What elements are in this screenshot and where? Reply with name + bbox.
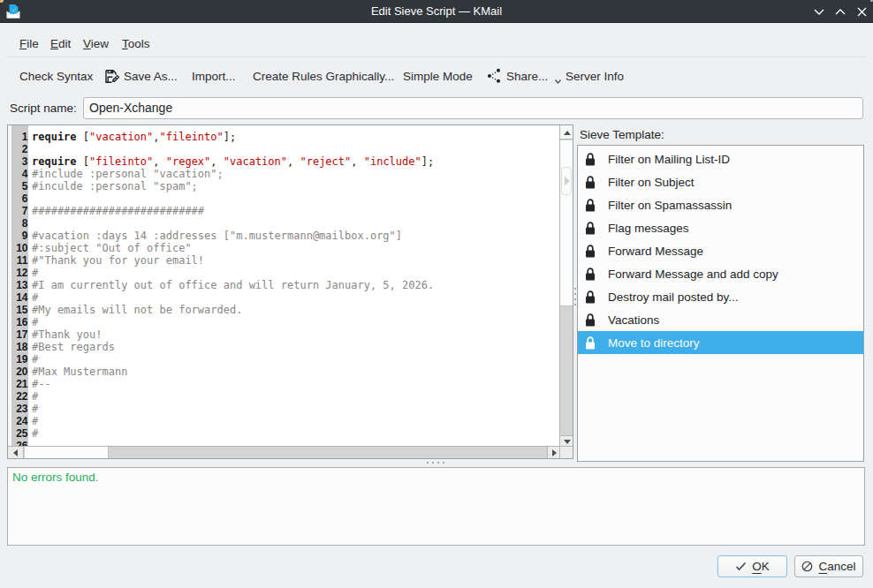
sieve-template-item[interactable]: Filter on Subject	[578, 170, 863, 193]
code-line: 8	[8, 217, 559, 230]
scroll-left-button[interactable]	[8, 447, 24, 458]
menu-item-file[interactable]: File	[12, 29, 46, 57]
sieve-template-item-label: Flag messages	[608, 222, 689, 235]
scroll-up-button[interactable]	[560, 125, 573, 139]
sieve-template-list[interactable]: Filter on Mailing List-ID Filter on Subj…	[577, 145, 864, 462]
ok-button[interactable]: OK	[717, 555, 787, 577]
dropdown-caret-icon	[555, 79, 561, 84]
line-number: 1	[8, 131, 29, 143]
toolbar: Check Syntax Save As...Import...Create R…	[0, 58, 873, 94]
lock-icon	[585, 176, 596, 189]
line-number: 23	[8, 403, 29, 415]
line-text: #	[29, 403, 38, 415]
line-text: #	[29, 427, 38, 440]
menu-item-edit[interactable]: Edit	[43, 29, 78, 57]
cancel-button[interactable]: Cancel	[794, 555, 863, 577]
lock-icon	[585, 199, 596, 212]
arrow-down-icon	[564, 440, 571, 444]
menu-item-view[interactable]: View	[76, 29, 116, 57]
window-minimize-button[interactable]	[809, 2, 829, 21]
arrow-right-icon	[552, 449, 557, 456]
sieve-template-item-label: Move to directory	[608, 336, 700, 350]
editor-horizontal-scrollbar[interactable]	[8, 446, 560, 458]
sieve-template-item[interactable]: Forward Message	[578, 239, 863, 262]
line-number: 11	[8, 254, 29, 267]
line-text: #	[29, 390, 38, 403]
toolbar-button-check-syntax[interactable]: Check Syntax	[19, 58, 93, 94]
code-line: 17#Thank you!	[8, 328, 559, 341]
window-title: Edit Sieve Script — KMail	[0, 0, 873, 22]
sieve-template-item[interactable]: Forward Message and add copy	[578, 262, 863, 285]
line-text: #	[29, 291, 38, 304]
window-close-button[interactable]	[852, 2, 871, 21]
line-number: 9	[8, 230, 29, 242]
menu-item-tools[interactable]: Tools	[115, 29, 157, 57]
code-line: 10#:subject "Out of office"	[8, 242, 559, 254]
lock-icon	[585, 153, 596, 166]
code-line: 18#Best regards	[8, 341, 559, 353]
scrollbar-position-marker	[561, 167, 572, 195]
vertical-scrollbar-thumb[interactable]	[560, 140, 573, 306]
sieve-template-item[interactable]: Filter on Mailing List-ID	[578, 147, 863, 170]
titlebar[interactable]: Edit Sieve Script — KMail	[0, 0, 873, 23]
toolbar-button-create-rules[interactable]: Create Rules Graphically...	[253, 58, 394, 94]
line-text: #:subject "Out of office"	[29, 242, 192, 254]
scroll-right-button[interactable]	[547, 447, 560, 458]
sieve-template-item-label: Forward Message and add copy	[608, 268, 778, 281]
horizontal-splitter-handle[interactable]	[427, 462, 444, 464]
check-icon	[735, 562, 747, 571]
line-text: #	[29, 316, 38, 328]
toolbar-button-save-as[interactable]: Save As...	[104, 58, 178, 94]
line-number: 22	[8, 390, 29, 403]
line-text	[29, 192, 32, 205]
line-text: #Thank you!	[29, 328, 102, 341]
toolbar-button-share[interactable]: Share...	[487, 58, 561, 94]
line-number: 10	[8, 242, 29, 254]
toolbar-button-import[interactable]: Import...	[192, 58, 236, 94]
vertical-splitter-handle[interactable]	[574, 288, 576, 305]
lock-icon	[585, 268, 596, 281]
window-maximize-button[interactable]	[831, 2, 850, 21]
sieve-template-item-label: Filter on Mailing List-ID	[608, 153, 730, 166]
sieve-template-item[interactable]: Flag messages	[578, 216, 863, 239]
toolbar-button-simple-mode[interactable]: Simple Mode	[403, 58, 473, 94]
code-line: 6	[8, 192, 559, 205]
line-text: #vacation :days 14 :addresses ["m.muster…	[29, 230, 402, 242]
line-text: ###########################	[29, 205, 204, 217]
line-text: #	[29, 353, 38, 366]
share-icon	[487, 67, 502, 85]
code-line: 25#	[8, 427, 559, 440]
toolbar-button-server-info[interactable]: Server Info	[566, 58, 624, 94]
editor-code-area[interactable]: 1require ["vacation","fileinto"];23requi…	[8, 131, 559, 447]
sieve-template-item[interactable]: Filter on Spamassassin	[578, 193, 863, 216]
code-line: 11#"Thank you for your email!	[8, 254, 559, 267]
code-line: 9#vacation :days 14 :addresses ["m.muste…	[8, 230, 559, 242]
sieve-template-item[interactable]: Vacations	[578, 308, 863, 331]
code-line: 13#I am currently out of office and will…	[8, 279, 559, 291]
lock-icon	[585, 313, 596, 327]
sieve-template-item[interactable]: Destroy mail posted by...	[578, 285, 863, 308]
sieve-script-editor[interactable]: 1require ["vacation","fileinto"];23requi…	[7, 124, 573, 459]
line-number: 24	[8, 415, 29, 427]
arrow-right-icon	[565, 177, 570, 185]
code-line: 16#	[8, 316, 559, 328]
code-line: 20#Max Mustermann	[8, 366, 559, 378]
code-line: 19#	[8, 353, 559, 366]
line-text: require ["vacation","fileinto"];	[29, 131, 236, 143]
code-line: 15#My emails will not be forwarded.	[8, 304, 559, 316]
syntax-result-box[interactable]: No errors found.	[7, 467, 865, 546]
code-line: 23#	[8, 403, 559, 415]
script-name-label: Script name:	[10, 97, 77, 119]
code-line: 2	[8, 143, 559, 155]
line-number: 19	[8, 353, 29, 366]
script-name-input[interactable]: Open-Xchange	[83, 97, 863, 119]
editor-vertical-scrollbar[interactable]	[559, 125, 573, 447]
sieve-template-item[interactable]: Move to directory	[578, 331, 863, 354]
line-number: 4	[8, 168, 29, 180]
horizontal-scrollbar-thumb[interactable]	[25, 447, 109, 458]
line-number: 3	[8, 155, 29, 168]
save-as-icon	[104, 69, 119, 84]
toolbar-button-label: Check Syntax	[19, 70, 93, 83]
code-line: 3require ["fileinto", "regex", "vacation…	[8, 155, 559, 168]
line-number: 16	[8, 316, 29, 328]
